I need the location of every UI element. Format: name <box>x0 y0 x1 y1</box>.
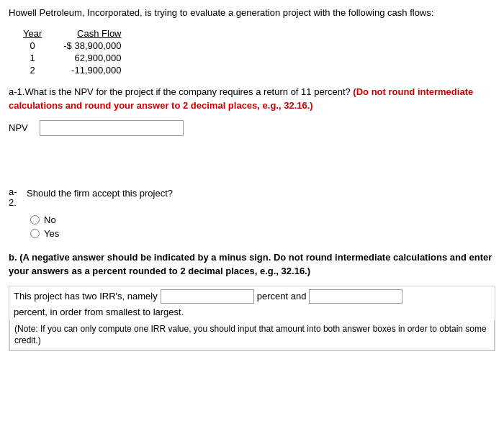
irr-input-1[interactable] <box>161 289 254 304</box>
radio-group: No Yes <box>30 214 495 239</box>
radio-no-label: No <box>44 214 56 225</box>
table-row: 0 -$ 38,900,000 <box>23 40 136 52</box>
question-a2: a- 2. Should the firm accept this projec… <box>9 186 495 239</box>
year-header: Year <box>23 27 63 40</box>
table-row: 2 -11,900,000 <box>23 64 136 76</box>
question-b-text: b. (A negative answer should be indicate… <box>9 252 492 277</box>
question-a1-text: a-1.What is the NPV for the project if t… <box>9 86 351 97</box>
table-row: 1 62,900,000 <box>23 52 136 64</box>
year-1: 1 <box>23 52 63 64</box>
cashflow-header: Cash Flow <box>63 27 135 40</box>
cashflow-2: -11,900,000 <box>63 64 135 76</box>
year-2: 2 <box>23 64 63 76</box>
year-0: 0 <box>23 40 63 52</box>
irr-note-text: (Note: If you can only compute one IRR v… <box>14 324 487 346</box>
irr-text-after: percent, in order from smallest to large… <box>14 307 184 317</box>
npv-label: NPV <box>9 122 34 133</box>
radio-yes-option: Yes <box>30 228 495 239</box>
irr-input-row: This project has two IRR's, namely perce… <box>9 286 495 320</box>
intro-paragraph: Howell Petroleum, Incorporated, is tryin… <box>9 6 495 20</box>
cashflow-0: -$ 38,900,000 <box>63 40 135 52</box>
cashflow-1: 62,900,000 <box>63 52 135 64</box>
irr-text-before: This project has two IRR's, namely <box>14 291 158 302</box>
irr-text-middle: percent and <box>257 291 307 302</box>
question-a1: a-1.What is the NPV for the project if t… <box>9 85 495 113</box>
irr-section: This project has two IRR's, namely perce… <box>9 286 495 352</box>
irr-note: (Note: If you can only compute one IRR v… <box>9 320 495 351</box>
cash-flow-table: Year Cash Flow 0 -$ 38,900,000 1 62,900,… <box>23 27 495 76</box>
a2-prefix-bottom: 2. <box>9 197 27 209</box>
radio-yes-label: Yes <box>44 228 59 239</box>
npv-input[interactable] <box>40 120 184 136</box>
radio-no-option: No <box>30 214 495 225</box>
a2-prefix-top: a- <box>9 186 27 198</box>
npv-row: NPV <box>9 120 495 136</box>
question-b: b. (A negative answer should be indicate… <box>9 250 495 278</box>
a2-question-text: Should the firm accept this project? <box>27 186 173 201</box>
irr-input-2[interactable] <box>309 289 402 304</box>
radio-no[interactable] <box>30 215 40 225</box>
radio-yes[interactable] <box>30 229 40 238</box>
